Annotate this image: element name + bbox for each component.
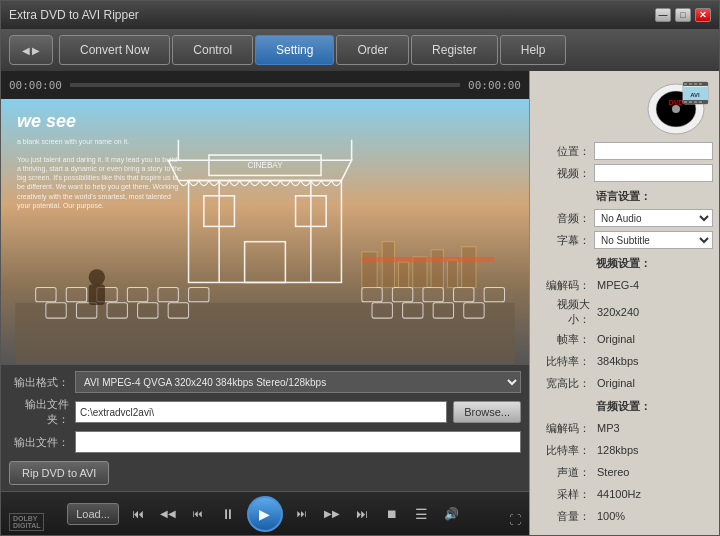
- main-content: 00:00:00 00:00:00 we see a blank screen …: [1, 71, 719, 535]
- codec-row: 编解码： MPEG-4: [536, 275, 713, 295]
- position-label: 位置：: [536, 144, 594, 159]
- logo-area: DOLBYDIGITAL: [9, 513, 44, 531]
- svg-rect-31: [484, 288, 504, 302]
- fast-forward-button[interactable]: ▶▶: [321, 503, 343, 525]
- codec-value: MPEG-4: [594, 279, 713, 291]
- load-button[interactable]: Load...: [67, 503, 119, 525]
- svg-rect-28: [392, 288, 412, 302]
- theater-illustration: CINEBAY: [1, 99, 529, 364]
- bitrate-row: 比特率： 384kbps: [536, 351, 713, 371]
- prev-frame-button[interactable]: ⏮: [187, 503, 209, 525]
- next-track-button[interactable]: ⏭: [351, 503, 373, 525]
- audio-select[interactable]: No Audio English: [594, 209, 713, 227]
- svg-text:CINEBAY: CINEBAY: [247, 161, 283, 170]
- nav-back-button[interactable]: ◀ ▶: [9, 35, 53, 65]
- svg-rect-41: [362, 257, 495, 262]
- folder-label: 输出文件夹：: [9, 397, 69, 427]
- fps-row: 帧率： Original: [536, 329, 713, 349]
- window-title: Extra DVD to AVI Ripper: [9, 8, 139, 22]
- svg-rect-56: [699, 101, 702, 103]
- left-panel: 00:00:00 00:00:00 we see a blank screen …: [1, 71, 529, 535]
- svg-rect-54: [689, 101, 692, 103]
- close-button[interactable]: ✕: [695, 8, 711, 22]
- maximize-button[interactable]: □: [675, 8, 691, 22]
- samplerate-row: 采样： 44100Hz: [536, 484, 713, 504]
- svg-point-44: [672, 105, 680, 113]
- tab-control[interactable]: Control: [172, 35, 253, 65]
- folder-input[interactable]: [75, 401, 447, 423]
- tab-register[interactable]: Register: [411, 35, 498, 65]
- svg-rect-55: [694, 101, 697, 103]
- svg-rect-49: [684, 83, 687, 85]
- video-track-row: 视频：: [536, 163, 713, 183]
- tab-setting[interactable]: Setting: [255, 35, 334, 65]
- format-select[interactable]: AVI MPEG-4 QVGA 320x240 384kbps Stereo/1…: [75, 371, 521, 393]
- volume-label: 音量：: [536, 509, 594, 524]
- aspect-row: 宽高比： Original: [536, 373, 713, 393]
- abitrate-label: 比特率：: [536, 443, 594, 458]
- next-frame-button[interactable]: ⏭: [291, 503, 313, 525]
- svg-rect-53: [684, 101, 687, 103]
- svg-rect-52: [699, 83, 702, 85]
- acodec-row: 编解码： MP3: [536, 418, 713, 438]
- nav-bar: ◀ ▶ Convert Now Control Setting Order Re…: [1, 29, 719, 71]
- rip-button[interactable]: Rip DVD to AVI: [9, 461, 109, 485]
- main-window: Extra DVD to AVI Ripper — □ ✕ ◀ ▶ Conver…: [0, 0, 720, 536]
- channels-value: Stereo: [594, 466, 713, 478]
- fps-label: 帧率：: [536, 332, 594, 347]
- svg-rect-39: [447, 260, 457, 288]
- tab-convert[interactable]: Convert Now: [59, 35, 170, 65]
- subtitle-label: 字幕：: [536, 233, 594, 248]
- svg-rect-36: [399, 262, 409, 287]
- svg-rect-17: [36, 288, 56, 302]
- file-label: 输出文件：: [9, 435, 69, 450]
- language-section-title: 语言设置：: [594, 189, 651, 204]
- channels-label: 声道：: [536, 465, 594, 480]
- svg-rect-18: [66, 288, 86, 302]
- svg-text:AVI: AVI: [690, 92, 700, 98]
- fullscreen-button[interactable]: ⛶: [509, 513, 521, 527]
- svg-point-32: [89, 269, 105, 285]
- acodec-value: MP3: [594, 422, 713, 434]
- video-track-label: 视频：: [536, 166, 594, 181]
- svg-rect-30: [454, 288, 474, 302]
- subtitle-select[interactable]: No Subtitle English: [594, 231, 713, 249]
- samplerate-label: 采样：: [536, 487, 594, 502]
- prev-track-button[interactable]: ⏮: [127, 503, 149, 525]
- file-row: 输出文件：: [9, 431, 521, 453]
- svg-rect-40: [462, 247, 476, 288]
- video-section-header-row: 视频设置：: [536, 252, 713, 273]
- video-section-title: 视频设置：: [594, 256, 651, 271]
- codec-label: 编解码：: [536, 278, 594, 293]
- pause-button[interactable]: ⏸: [217, 503, 239, 525]
- abitrate-value: 128kbps: [594, 444, 713, 456]
- browse-button[interactable]: Browse...: [453, 401, 521, 423]
- audio-row: 音频： No Audio English: [536, 208, 713, 228]
- timeline-bar[interactable]: [70, 83, 460, 87]
- video-area: we see a blank screen with your name on …: [1, 99, 529, 364]
- output-section: 输出格式： AVI MPEG-4 QVGA 320x240 384kbps St…: [1, 364, 529, 491]
- volume-row: 音量： 100%: [536, 506, 713, 526]
- audio-section-title: 音频设置：: [594, 399, 651, 414]
- abitrate-row: 比特率： 128kbps: [536, 440, 713, 460]
- play-button[interactable]: ▶: [247, 496, 283, 532]
- svg-rect-51: [694, 83, 697, 85]
- position-row: 位置：: [536, 141, 713, 161]
- tab-order[interactable]: Order: [336, 35, 409, 65]
- aspect-label: 宽高比：: [536, 376, 594, 391]
- volume-value: 100%: [594, 510, 713, 522]
- svg-rect-33: [89, 285, 105, 305]
- svg-rect-21: [158, 288, 178, 302]
- stop-button[interactable]: ⏹: [381, 503, 403, 525]
- rewind-button[interactable]: ◀◀: [157, 503, 179, 525]
- audio-section-header-row: 音频设置：: [536, 395, 713, 416]
- minimize-button[interactable]: —: [655, 8, 671, 22]
- svg-rect-38: [431, 250, 443, 288]
- svg-rect-7: [245, 242, 286, 283]
- video-track-value: [594, 164, 713, 182]
- file-input[interactable]: [75, 431, 521, 453]
- samplerate-value: 44100Hz: [594, 488, 713, 500]
- tab-help[interactable]: Help: [500, 35, 567, 65]
- playlist-button[interactable]: ☰: [411, 503, 433, 525]
- volume-button[interactable]: 🔊: [441, 503, 463, 525]
